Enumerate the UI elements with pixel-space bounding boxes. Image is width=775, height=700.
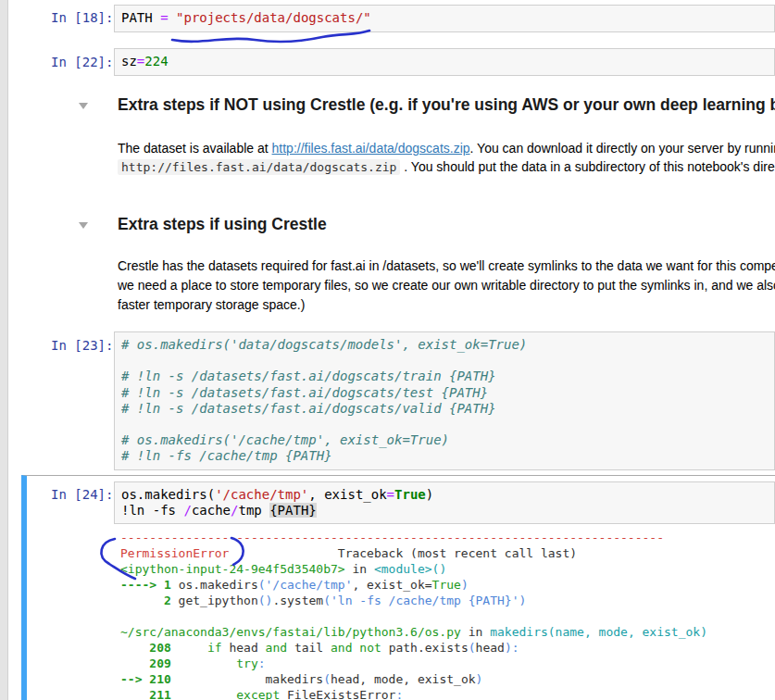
cell-prompt-23: In [23]: — [51, 338, 113, 353]
code-input-cell-22[interactable]: sz=224 — [114, 48, 775, 76]
cell-prompt-22: In [22]: — [51, 55, 113, 69]
window-edge-strip — [0, 0, 8, 700]
markdown-heading-crestle: Extra steps if using Crestle — [118, 215, 775, 237]
code-input-cell-23[interactable]: # os.makedirs('data/dogscats/models', ex… — [114, 331, 775, 470]
jupyter-notebook-page: In [18]: PATH = "projects/data/dogscats/… — [0, 0, 775, 700]
heading-collapse-icon[interactable] — [79, 103, 88, 109]
error-traceback-output: ----------------------------------------… — [120, 530, 775, 700]
markdown-paragraph-crestle: Crestle has the datasets required for fa… — [118, 256, 775, 318]
heading-collapse-icon[interactable] — [79, 222, 88, 229]
code-input-cell-18[interactable]: PATH = "projects/data/dogscats/" — [114, 5, 775, 32]
markdown-paragraph-dataset: The dataset is available at http://files… — [118, 140, 775, 179]
cell-prompt-18: In [18]: — [51, 10, 113, 25]
code-input-cell-24[interactable]: os.makedirs('/cache/tmp', exist_ok=True)… — [114, 481, 775, 524]
cell-prompt-24: In [24]: — [51, 487, 113, 502]
markdown-heading-not-crestle: Extra steps if NOT using Crestle (e.g. i… — [118, 95, 775, 118]
